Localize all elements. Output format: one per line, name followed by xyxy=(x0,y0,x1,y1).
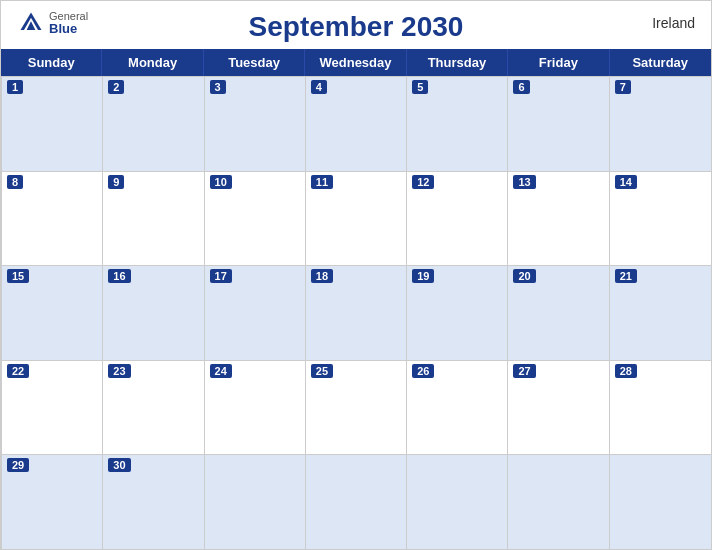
day-number: 26 xyxy=(412,364,434,378)
day-number: 28 xyxy=(615,364,637,378)
calendar-cell: 21 xyxy=(610,266,711,360)
logo-icon xyxy=(17,9,45,37)
calendar-header: General Blue September 2030 Ireland xyxy=(1,1,711,49)
calendar-cell xyxy=(306,455,407,549)
calendar-cell: 5 xyxy=(407,77,508,171)
calendar-cell: 1 xyxy=(2,77,103,171)
day-number: 6 xyxy=(513,80,529,94)
calendar-cell: 18 xyxy=(306,266,407,360)
day-number: 19 xyxy=(412,269,434,283)
day-number: 2 xyxy=(108,80,124,94)
calendar-cell: 29 xyxy=(2,455,103,549)
calendar-cell: 16 xyxy=(103,266,204,360)
calendar-cell: 13 xyxy=(508,172,609,266)
calendar-cell: 11 xyxy=(306,172,407,266)
day-number: 14 xyxy=(615,175,637,189)
week-row-1: 1234567 xyxy=(2,76,711,171)
day-number: 17 xyxy=(210,269,232,283)
calendar-cell: 6 xyxy=(508,77,609,171)
day-header-friday: Friday xyxy=(508,49,609,76)
calendar-cell: 23 xyxy=(103,361,204,455)
week-row-5: 2930 xyxy=(2,454,711,549)
day-number: 11 xyxy=(311,175,333,189)
day-number: 3 xyxy=(210,80,226,94)
logo-blue: Blue xyxy=(49,22,88,35)
day-number: 21 xyxy=(615,269,637,283)
day-number: 27 xyxy=(513,364,535,378)
calendar-title: September 2030 xyxy=(249,11,464,43)
day-header-thursday: Thursday xyxy=(407,49,508,76)
week-row-3: 15161718192021 xyxy=(2,265,711,360)
day-number: 15 xyxy=(7,269,29,283)
day-header-tuesday: Tuesday xyxy=(204,49,305,76)
calendar-cell: 7 xyxy=(610,77,711,171)
day-number: 24 xyxy=(210,364,232,378)
day-header-monday: Monday xyxy=(102,49,203,76)
calendar-cell: 3 xyxy=(205,77,306,171)
calendar-cell xyxy=(407,455,508,549)
calendar-cell: 27 xyxy=(508,361,609,455)
day-number: 10 xyxy=(210,175,232,189)
calendar-cell: 2 xyxy=(103,77,204,171)
week-row-4: 22232425262728 xyxy=(2,360,711,455)
day-number: 5 xyxy=(412,80,428,94)
calendar-cell: 24 xyxy=(205,361,306,455)
week-row-2: 891011121314 xyxy=(2,171,711,266)
day-header-sunday: Sunday xyxy=(1,49,102,76)
day-number: 12 xyxy=(412,175,434,189)
calendar-cell xyxy=(508,455,609,549)
day-number: 18 xyxy=(311,269,333,283)
calendar-cell: 22 xyxy=(2,361,103,455)
day-number: 20 xyxy=(513,269,535,283)
day-number: 4 xyxy=(311,80,327,94)
calendar-cell: 9 xyxy=(103,172,204,266)
day-header-saturday: Saturday xyxy=(610,49,711,76)
calendar-cell: 15 xyxy=(2,266,103,360)
logo: General Blue xyxy=(17,9,88,37)
calendar-cell xyxy=(205,455,306,549)
calendar-cell: 26 xyxy=(407,361,508,455)
day-number: 29 xyxy=(7,458,29,472)
country-label: Ireland xyxy=(652,15,695,31)
calendar-cell: 8 xyxy=(2,172,103,266)
day-number: 13 xyxy=(513,175,535,189)
calendar-cell: 30 xyxy=(103,455,204,549)
calendar-cell xyxy=(610,455,711,549)
calendar-cell: 20 xyxy=(508,266,609,360)
day-number: 16 xyxy=(108,269,130,283)
day-number: 22 xyxy=(7,364,29,378)
day-number: 9 xyxy=(108,175,124,189)
calendar-cell: 28 xyxy=(610,361,711,455)
day-number: 30 xyxy=(108,458,130,472)
calendar-cell: 4 xyxy=(306,77,407,171)
day-number: 25 xyxy=(311,364,333,378)
calendar-cell: 14 xyxy=(610,172,711,266)
day-header-wednesday: Wednesday xyxy=(305,49,406,76)
day-number: 1 xyxy=(7,80,23,94)
calendar-cell: 25 xyxy=(306,361,407,455)
calendar-grid: 1234567891011121314151617181920212223242… xyxy=(1,76,711,549)
day-number: 23 xyxy=(108,364,130,378)
day-number: 8 xyxy=(7,175,23,189)
logo-text: General Blue xyxy=(49,11,88,35)
calendar-cell: 19 xyxy=(407,266,508,360)
calendar: General Blue September 2030 Ireland Sund… xyxy=(0,0,712,550)
calendar-cell: 17 xyxy=(205,266,306,360)
calendar-cell: 10 xyxy=(205,172,306,266)
day-number: 7 xyxy=(615,80,631,94)
days-header: SundayMondayTuesdayWednesdayThursdayFrid… xyxy=(1,49,711,76)
calendar-cell: 12 xyxy=(407,172,508,266)
